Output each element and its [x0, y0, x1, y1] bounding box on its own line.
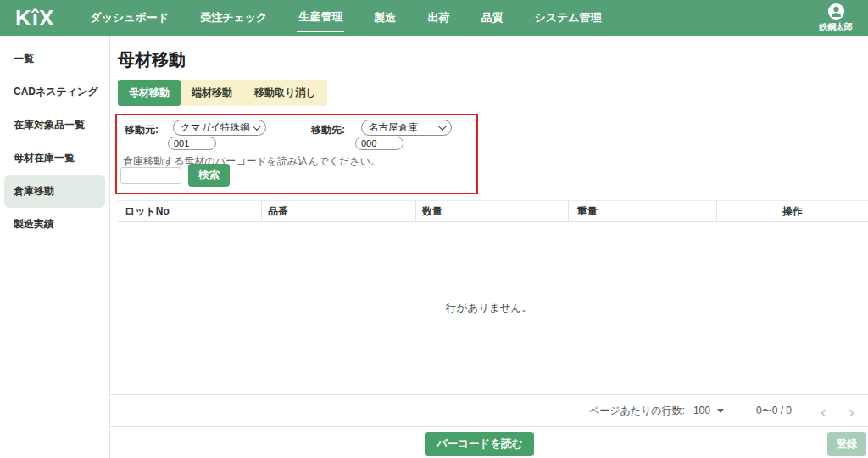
- caret-down-icon: [717, 409, 724, 413]
- chevron-down-icon: [253, 122, 261, 131]
- rows-per-page-select[interactable]: 100: [693, 405, 724, 416]
- footer-action-bar: バーコードを読む 登録: [110, 426, 868, 458]
- column-header-lot-no: ロットNo: [118, 201, 261, 221]
- destination-select-value: 名古屋倉庫: [369, 121, 418, 134]
- tab-bar: 母材移動 端材移動 移動取り消し: [118, 80, 868, 106]
- source-select-value: クマガイ特殊鋼: [181, 121, 250, 134]
- nav-item-production-management[interactable]: 生産管理: [297, 4, 344, 32]
- column-header-quantity: 数量: [415, 201, 568, 221]
- rows-per-page-value: 100: [693, 405, 710, 416]
- top-nav: KîX ダッシュボード 受注チェック 生産管理 製造 出荷 品質 システム管理 …: [0, 0, 868, 36]
- nav-item-dashboard[interactable]: ダッシュボード: [88, 5, 170, 31]
- tab-scrap-move[interactable]: 端材移動: [181, 80, 243, 106]
- nav-item-system-management[interactable]: システム管理: [532, 5, 603, 31]
- user-menu[interactable]: 鉄鋼太郎: [819, 3, 853, 33]
- source-code-input[interactable]: [168, 137, 216, 150]
- move-form-annotated-box: 移動元: クマガイ特殊鋼 移動先: 名古屋倉庫 倉庫移動する母材のバーコードを読…: [115, 114, 478, 194]
- next-page-button[interactable]: ›: [845, 402, 858, 420]
- table-body: 行がありません。: [110, 222, 868, 394]
- nav-item-shipping[interactable]: 出荷: [426, 5, 451, 31]
- rows-per-page-label: ページあたりの行数:: [589, 404, 685, 418]
- source-select[interactable]: クマガイ特殊鋼: [173, 120, 266, 136]
- previous-page-button[interactable]: ‹: [817, 402, 830, 420]
- sidebar-item-list[interactable]: 一覧: [4, 42, 105, 75]
- app-logo[interactable]: KîX: [15, 7, 54, 29]
- nav-item-quality[interactable]: 品質: [479, 5, 504, 31]
- column-header-part-number: 品番: [261, 201, 415, 221]
- user-avatar-icon: [827, 3, 845, 20]
- tab-cancel-move[interactable]: 移動取り消し: [243, 80, 327, 106]
- pagination-bar: ページあたりの行数: 100 0〜0 / 0 ‹ ›: [110, 394, 868, 426]
- destination-code-input[interactable]: [355, 137, 403, 150]
- sidebar-item-manufacturing-results[interactable]: 製造実績: [4, 208, 105, 241]
- register-button[interactable]: 登録: [827, 432, 866, 456]
- column-header-weight: 重量: [568, 201, 716, 221]
- search-button[interactable]: 検索: [188, 164, 230, 187]
- source-label: 移動元:: [125, 123, 159, 137]
- user-name: 鉄鋼太郎: [819, 21, 853, 33]
- sidebar-item-base-material-stock[interactable]: 母材在庫一覧: [4, 142, 105, 175]
- table-header: ロットNo 品番 数量 重量 操作: [118, 200, 868, 222]
- destination-select[interactable]: 名古屋倉庫: [361, 120, 452, 136]
- sidebar-item-warehouse-move[interactable]: 倉庫移動: [4, 175, 105, 208]
- main-content: 母材移動 母材移動 端材移動 移動取り消し 移動元: クマガイ特殊鋼 移動先: …: [110, 36, 868, 458]
- chevron-down-icon: [438, 122, 447, 131]
- empty-rows-message: 行がありません。: [446, 301, 532, 316]
- page-title: 母材移動: [118, 48, 868, 71]
- sidebar-item-cad-nesting[interactable]: CADネスティング: [4, 75, 105, 109]
- nav-item-order-check[interactable]: 受注チェック: [198, 5, 269, 31]
- column-header-actions: 操作: [716, 201, 868, 221]
- barcode-search-input[interactable]: [120, 167, 181, 184]
- sidebar: 一覧 CADネスティング 在庫対象品一覧 母材在庫一覧 倉庫移動 製造実績: [0, 36, 110, 458]
- destination-label: 移動先:: [311, 123, 345, 137]
- read-barcode-button[interactable]: バーコードを読む: [425, 432, 534, 456]
- nav-item-manufacturing[interactable]: 製造: [372, 5, 398, 31]
- tab-base-material-move[interactable]: 母材移動: [118, 80, 181, 106]
- sidebar-item-stock-target-list[interactable]: 在庫対象品一覧: [4, 109, 105, 142]
- pagination-range: 0〜0 / 0: [756, 404, 792, 418]
